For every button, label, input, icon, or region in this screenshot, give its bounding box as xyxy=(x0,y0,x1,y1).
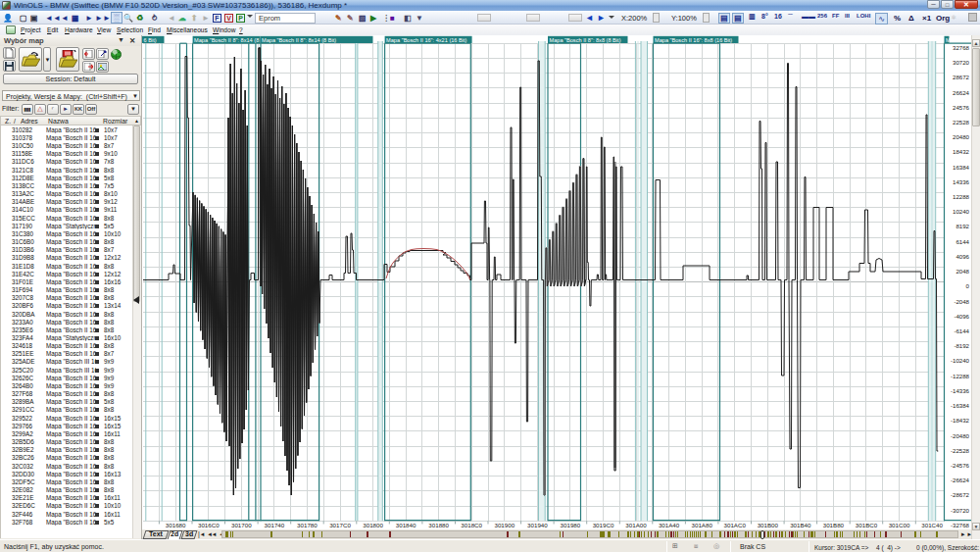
svg-text:301A80: 301A80 xyxy=(692,522,713,528)
svg-text:301900: 301900 xyxy=(494,522,514,528)
svg-text:10240: 10240 xyxy=(953,208,970,215)
svg-text:3018C0: 3018C0 xyxy=(461,522,482,528)
svg-text:-12288: -12288 xyxy=(951,373,970,379)
svg-text:16384: 16384 xyxy=(953,164,970,171)
svg-text:0: 0 xyxy=(966,282,970,289)
svg-text:301A40: 301A40 xyxy=(659,522,680,528)
svg-text:-30720: -30720 xyxy=(951,507,970,514)
svg-text:-18432: -18432 xyxy=(951,417,970,424)
svg-text:301700: 301700 xyxy=(231,522,252,528)
svg-text:301B80: 301B80 xyxy=(823,522,845,528)
svg-text:-10240: -10240 xyxy=(951,357,970,364)
svg-text:-8192: -8192 xyxy=(954,342,969,349)
svg-text:301880: 301880 xyxy=(428,522,449,528)
svg-text:4096: 4096 xyxy=(956,253,969,260)
svg-text:-16384: -16384 xyxy=(951,402,970,409)
svg-text:Mapa "Bosch II 8": 8x14 (8: Mapa "Bosch II 8": 8x14 (8 xyxy=(194,37,259,43)
svg-text:18432: 18432 xyxy=(953,148,970,155)
svg-text:Mapa "Bosch II 16": 4x21 (16 B: Mapa "Bosch II 16": 4x21 (16 Bit) xyxy=(386,37,466,43)
svg-text:12288: 12288 xyxy=(953,193,970,200)
svg-text:-22528: -22528 xyxy=(951,447,970,454)
svg-text:2048: 2048 xyxy=(956,268,969,275)
svg-text:Mapa "Bosch II 8": 8x14 (8 Bit: Mapa "Bosch II 8": 8x14 (8 Bit) xyxy=(262,37,336,43)
svg-text:301AC0: 301AC0 xyxy=(724,522,747,528)
svg-text:301C40: 301C40 xyxy=(921,522,943,528)
svg-text:30720: 30720 xyxy=(953,59,970,66)
svg-text:20480: 20480 xyxy=(953,133,970,140)
svg-text:-6144: -6144 xyxy=(954,327,969,334)
svg-text:Mapa "Bosch II 8": 8x8 (8 Bit): Mapa "Bosch II 8": 8x8 (8 Bit) xyxy=(550,37,621,43)
svg-text:3016C0: 3016C0 xyxy=(198,522,220,528)
svg-text:M: M xyxy=(946,37,951,43)
svg-text:-28672: -28672 xyxy=(951,491,970,498)
svg-text:301B40: 301B40 xyxy=(790,522,811,528)
svg-text:-4096: -4096 xyxy=(954,313,969,320)
svg-text:301680: 301680 xyxy=(166,522,186,528)
svg-text:28672: 28672 xyxy=(953,74,970,80)
svg-text:-2048: -2048 xyxy=(954,298,969,305)
svg-text:301780: 301780 xyxy=(297,522,318,528)
svg-text:301C00: 301C00 xyxy=(889,522,910,528)
svg-text:301A00: 301A00 xyxy=(625,522,647,528)
svg-text:8192: 8192 xyxy=(956,223,969,229)
svg-text:301800: 301800 xyxy=(363,522,383,528)
svg-text:14336: 14336 xyxy=(953,178,970,185)
svg-text:301B00: 301B00 xyxy=(758,522,779,528)
svg-text:301980: 301980 xyxy=(561,522,581,528)
svg-text:301940: 301940 xyxy=(527,522,548,528)
svg-text:301840: 301840 xyxy=(396,522,416,528)
svg-text:6 Bit): 6 Bit) xyxy=(144,37,157,43)
svg-text:32768: 32768 xyxy=(953,44,970,51)
svg-text:3019C0: 3019C0 xyxy=(593,522,614,528)
svg-text:Mapa "Bosch II 16": 8x8 (16 Bi: Mapa "Bosch II 16": 8x8 (16 Bit) xyxy=(655,37,732,43)
svg-text:-24576: -24576 xyxy=(951,462,970,469)
svg-text:-26624: -26624 xyxy=(951,477,970,483)
svg-text:301740: 301740 xyxy=(265,522,285,528)
svg-text:3017C0: 3017C0 xyxy=(329,522,351,528)
svg-text:26624: 26624 xyxy=(953,89,970,96)
svg-text:-20480: -20480 xyxy=(951,432,970,439)
svg-text:-32768: -32768 xyxy=(951,522,970,528)
svg-text:6144: 6144 xyxy=(956,238,969,245)
svg-text:22528: 22528 xyxy=(953,119,970,125)
svg-text:24576: 24576 xyxy=(953,104,970,111)
svg-text:-14336: -14336 xyxy=(951,387,970,394)
svg-text:301BC0: 301BC0 xyxy=(856,522,878,528)
